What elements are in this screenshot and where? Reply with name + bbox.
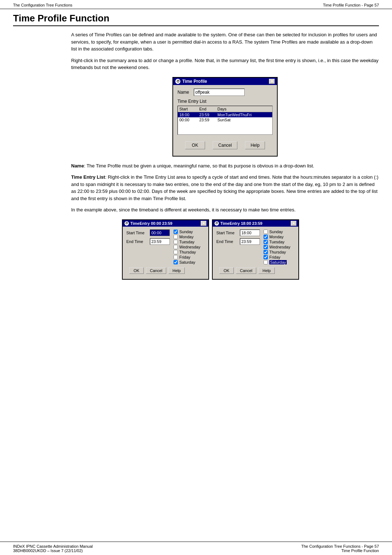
- te2-tuesday: Tuesday: [264, 240, 290, 244]
- te1-days: Sunday Monday Tuesday Wednesday: [173, 230, 200, 265]
- dialog-titlebar: ⏱ Time Profile ✕: [173, 78, 277, 85]
- timeentry2-dialog: ⏱ TimeEntry 18:00 23:59 ✕ Start Time End…: [212, 219, 299, 280]
- te1-monday-check[interactable]: [173, 235, 178, 239]
- para3-rest: : The Time Profile must be given a uniqu…: [84, 163, 314, 169]
- te1-thursday-label: Thursday: [179, 250, 196, 254]
- te2-thursday-check[interactable]: [264, 250, 268, 254]
- te2-fields-and-days: Start Time End Time Sunday: [216, 230, 295, 265]
- te2-close-button[interactable]: ✕: [291, 221, 297, 226]
- row2-end: 23:59: [199, 118, 217, 122]
- te2-wednesday: Wednesday: [264, 245, 290, 249]
- dialog-close-button[interactable]: ✕: [269, 79, 275, 84]
- te2-start-row: Start Time: [216, 230, 260, 236]
- te1-wednesday: Wednesday: [173, 245, 200, 249]
- te2-end-input[interactable]: [240, 238, 260, 245]
- te2-buttons: OK Cancel Help: [216, 265, 295, 276]
- te1-title: TimeEntry 00:00 23:59: [130, 221, 172, 226]
- te1-wednesday-label: Wednesday: [179, 245, 200, 249]
- te1-end-row: End Time: [126, 238, 170, 245]
- te1-saturday-check[interactable]: [173, 260, 178, 264]
- te2-thursday-label: Thursday: [269, 250, 286, 254]
- header-left: The Configuration Tree Functions: [13, 3, 72, 7]
- te1-saturday-label: Saturday: [179, 260, 195, 264]
- te2-end-label: End Time: [216, 239, 240, 244]
- te1-sunday-check[interactable]: [173, 230, 178, 234]
- te1-end-label: End Time: [126, 239, 150, 244]
- row1-end: 23:59: [199, 113, 217, 117]
- te1-help-button[interactable]: Help: [168, 267, 185, 274]
- te1-tuesday-label: Tuesday: [179, 240, 195, 244]
- te2-ok-button[interactable]: OK: [219, 267, 234, 274]
- te1-fields-and-days: Start Time End Time Sunday: [126, 230, 205, 265]
- te1-tuesday-check[interactable]: [173, 240, 178, 244]
- cancel-button[interactable]: Cancel: [213, 141, 237, 149]
- te1-ok-button[interactable]: OK: [129, 267, 144, 274]
- paragraph-3: Name: The Time Profile must be given a u…: [71, 162, 379, 170]
- te1-friday-label: Friday: [179, 255, 191, 259]
- te1-fields: Start Time End Time: [126, 230, 170, 265]
- tel-term: Time Entry List: [71, 174, 105, 180]
- te1-thursday: Thursday: [173, 250, 200, 254]
- te2-days: Sunday Monday Tuesday Wednesday: [264, 230, 290, 265]
- te2-monday-label: Monday: [269, 235, 283, 239]
- te1-friday-check[interactable]: [173, 255, 178, 259]
- te2-cancel-button[interactable]: Cancel: [236, 267, 256, 274]
- te2-friday-check[interactable]: [264, 255, 268, 259]
- dual-dialog-container: ⏱ TimeEntry 00:00 23:59 ✕ Start Time End…: [42, 219, 379, 280]
- te1-thursday-check[interactable]: [173, 250, 178, 254]
- te2-titlebar: ⏱ TimeEntry 18:00 23:59 ✕: [213, 220, 298, 227]
- name-input[interactable]: [194, 89, 245, 96]
- time-profile-dialog-container: ⏱ Time Profile ✕ Name Time Entry List St…: [71, 77, 379, 157]
- te1-end-input[interactable]: [150, 238, 170, 245]
- entry-list-label: Time Entry List: [177, 99, 273, 104]
- te2-start-input[interactable]: [240, 230, 260, 236]
- page-header: The Configuration Tree Functions Time Pr…: [0, 0, 392, 9]
- te2-title-wrapper: ⏱ TimeEntry 18:00 23:59: [215, 221, 262, 226]
- te1-body: Start Time End Time Sunday: [123, 227, 208, 279]
- time-entry-list[interactable]: Start End Days 18:00 23:59 MonTueWedThuF…: [177, 106, 273, 135]
- dialog-title-text: Time Profile: [182, 79, 207, 84]
- te2-sunday-check[interactable]: [264, 230, 268, 234]
- te1-close-button[interactable]: ✕: [201, 221, 207, 226]
- te2-icon: ⏱: [215, 221, 219, 226]
- col-start: Start: [179, 107, 199, 111]
- te2-saturday-check[interactable]: [264, 260, 268, 264]
- te2-start-label: Start Time: [216, 231, 240, 235]
- timeentry1-dialog: ⏱ TimeEntry 00:00 23:59 ✕ Start Time End…: [122, 219, 209, 280]
- footer-right: The Configuration Tree Functions - Page …: [301, 544, 379, 553]
- row1-start: 18:00: [179, 113, 199, 117]
- te2-body: Start Time End Time Sunday: [213, 227, 298, 279]
- col-days: Days: [217, 107, 271, 111]
- footer-left: INDeX IPNC Cassette Administration Manua…: [13, 544, 93, 553]
- te2-sunday: Sunday: [264, 230, 290, 234]
- te1-monday-label: Monday: [179, 235, 193, 239]
- te1-titlebar: ⏱ TimeEntry 00:00 23:59 ✕: [123, 220, 208, 227]
- te1-wednesday-check[interactable]: [173, 245, 178, 249]
- time-profile-dialog: ⏱ Time Profile ✕ Name Time Entry List St…: [172, 77, 278, 157]
- te1-cancel-button[interactable]: Cancel: [146, 267, 166, 274]
- te1-sunday-label: Sunday: [179, 230, 193, 234]
- te1-start-input[interactable]: [150, 230, 170, 236]
- help-button[interactable]: Help: [245, 141, 265, 149]
- te1-friday: Friday: [173, 255, 200, 259]
- name-field-row: Name: [177, 89, 273, 96]
- row2-days: SunSat: [217, 118, 271, 122]
- te2-friday: Friday: [264, 255, 290, 259]
- name-label: Name: [177, 90, 194, 95]
- te2-tuesday-check[interactable]: [264, 240, 268, 244]
- te1-saturday: Saturday: [173, 260, 200, 264]
- te2-friday-label: Friday: [269, 255, 281, 259]
- footer-right-line1: The Configuration Tree Functions - Page …: [301, 544, 379, 548]
- ok-button[interactable]: OK: [185, 141, 205, 149]
- page-title: Time Profile Function: [13, 13, 379, 26]
- te2-saturday-label: Saturday: [269, 260, 287, 264]
- te2-help-button[interactable]: Help: [258, 267, 275, 274]
- row1-days: MonTueWedThuFri: [217, 113, 271, 117]
- footer-right-line2: Time Profile Function: [301, 548, 379, 553]
- list-row-1[interactable]: 18:00 23:59 MonTueWedThuFri: [178, 112, 272, 117]
- paragraph-4: Time Entry List: Right-click in the Time…: [71, 174, 379, 202]
- list-row-2[interactable]: 00:00 23:59 SunSat: [178, 117, 272, 122]
- te2-wednesday-check[interactable]: [264, 245, 268, 249]
- row2-start: 00:00: [179, 118, 199, 122]
- te2-monday-check[interactable]: [264, 235, 268, 239]
